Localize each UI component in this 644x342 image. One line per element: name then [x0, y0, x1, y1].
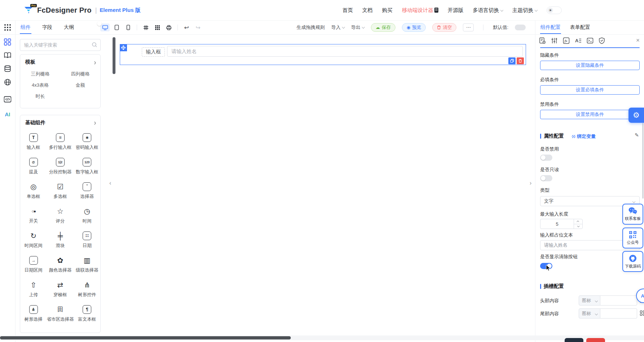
official-account-card[interactable]: 公众号: [622, 228, 643, 248]
component-item[interactable]: ⋔ 树形选择: [20, 302, 47, 326]
download-source-card[interactable]: 下载源码: [622, 251, 643, 272]
code-icon[interactable]: [4, 96, 12, 104]
search-input[interactable]: [20, 39, 101, 51]
save-button[interactable]: ☁保存: [371, 23, 395, 32]
maxlen-input[interactable]: [540, 219, 574, 229]
device-desktop-icon[interactable]: [100, 23, 110, 31]
panel-scrollbar-thumb[interactable]: [642, 123, 644, 199]
more-button[interactable]: ⋯: [463, 23, 474, 31]
template-item[interactable]: 时长: [20, 91, 60, 102]
component-item[interactable]: ✿ 颜色选择器: [47, 252, 74, 277]
component-item[interactable]: ☑ 多选框: [47, 179, 74, 203]
undo-icon[interactable]: ↩: [182, 23, 191, 31]
settings-fab[interactable]: ⚙: [628, 108, 644, 123]
collapse-left-panel-icon[interactable]: ‹: [109, 180, 111, 186]
vertical-scrollbar-thumb[interactable]: [113, 37, 115, 74]
drag-handle[interactable]: [120, 44, 127, 51]
chevron-right-icon[interactable]: ›: [94, 118, 96, 127]
bind-variable-link[interactable]: 绑定变量: [571, 133, 596, 140]
terminal-icon[interactable]: [586, 36, 594, 45]
device-phone-icon[interactable]: [123, 23, 133, 31]
template-item[interactable]: 四列栅格: [60, 68, 100, 79]
collapse-right-panel-icon[interactable]: ›: [530, 180, 531, 186]
set-condition-button[interactable]: 设置隐藏条件: [540, 61, 640, 70]
tab-component-config[interactable]: 组件配置: [540, 21, 561, 34]
component-item[interactable]: ⇄ 穿梭框: [47, 277, 74, 302]
component-item[interactable]: ⇧ 上传: [20, 277, 47, 302]
selected-input-component[interactable]: 输入框: [120, 44, 526, 65]
tab-form-config[interactable]: 表单配置: [570, 21, 591, 34]
component-item[interactable]: 123 数字输入框: [74, 154, 101, 179]
theme-toggle[interactable]: ☀: [547, 7, 562, 14]
contact-support-card[interactable]: 联系客服: [622, 204, 643, 225]
print-icon[interactable]: [164, 23, 174, 31]
logo[interactable]: Pro FcDesigner Pro | Element Plus 版: [24, 5, 141, 15]
design-canvas[interactable]: 输入框: [109, 35, 535, 335]
component-item[interactable]: T 输入框: [20, 130, 47, 154]
component-item[interactable]: 1|2 分段控制器: [47, 154, 74, 179]
name-input-field[interactable]: [167, 46, 523, 57]
slot-type-select[interactable]: 图标: [579, 308, 600, 319]
bottom-widget-dark[interactable]: [565, 338, 583, 342]
tab-outline[interactable]: 大纲: [63, 21, 75, 34]
component-item[interactable]: ∗ 密码输入框: [74, 130, 101, 154]
bottom-widget-red[interactable]: [586, 338, 605, 342]
tab-fields[interactable]: 字段: [41, 21, 53, 34]
copy-component-button[interactable]: [508, 57, 516, 64]
nav-buy[interactable]: 购买: [382, 7, 393, 14]
components-grid-icon[interactable]: [4, 38, 12, 47]
library-book-icon[interactable]: [4, 52, 12, 60]
slot-type-select[interactable]: 图标: [579, 295, 600, 306]
default-value-toggle[interactable]: [515, 25, 526, 30]
import-dropdown[interactable]: 导入: [331, 24, 345, 31]
globe-icon[interactable]: [4, 78, 12, 87]
slot-value-input[interactable]: [600, 295, 637, 306]
template-item[interactable]: 4x3表格: [20, 79, 60, 91]
set-condition-button[interactable]: 设置禁用条件: [540, 110, 640, 119]
component-item[interactable]: ⋔ 树形控件: [74, 277, 101, 302]
chevron-right-icon[interactable]: ›: [94, 58, 96, 66]
grid-lines-icon[interactable]: [141, 23, 150, 31]
readonly-toggle[interactable]: [540, 175, 552, 181]
export-dropdown[interactable]: 导出: [351, 24, 364, 31]
clear-button[interactable]: 清空: [432, 23, 456, 32]
stepper-down-icon[interactable]: [574, 224, 582, 229]
component-item[interactable]: ◷ 时间: [74, 203, 101, 228]
font-style-icon[interactable]: A: [574, 36, 582, 45]
redo-icon[interactable]: ↪: [193, 23, 203, 31]
component-item[interactable]: ○● 开关: [20, 203, 47, 228]
sliders-icon[interactable]: [550, 36, 558, 45]
component-item[interactable]: ◎ 单选框: [20, 179, 47, 203]
nav-opensource[interactable]: 开源版: [448, 7, 464, 14]
preview-button[interactable]: ◉预览: [402, 23, 426, 32]
component-item[interactable]: ≡ 多行输入框: [47, 130, 74, 154]
nav-home[interactable]: 首页: [342, 7, 353, 14]
template-item[interactable]: 三列栅格: [20, 68, 60, 79]
database-icon[interactable]: [4, 65, 12, 74]
ai-assistant-icon[interactable]: AI: [5, 111, 10, 117]
nav-theme-switch[interactable]: 主题切换: [512, 7, 537, 14]
close-icon[interactable]: ×: [636, 37, 640, 44]
component-item[interactable]: ╪ 滑块: [47, 228, 74, 252]
edit-icon[interactable]: ✎: [635, 132, 639, 138]
component-item[interactable]: 田 省市区选择器: [47, 302, 74, 326]
disabled-toggle[interactable]: [540, 155, 552, 161]
generate-drag-rule-button[interactable]: 生成拖拽规则: [297, 24, 325, 31]
dots-grid-icon[interactable]: [153, 23, 162, 31]
nav-mobile-designer[interactable]: 移动端设计器: [402, 7, 438, 14]
apps-grid-icon[interactable]: [4, 24, 11, 31]
delete-component-button[interactable]: [517, 57, 524, 64]
nav-language-switch[interactable]: 多语言切换: [473, 7, 503, 14]
validate-shield-icon[interactable]: [597, 36, 606, 45]
set-condition-button[interactable]: 设置必填条件: [540, 85, 640, 95]
component-item[interactable]: ¶ 富文本框: [74, 302, 101, 326]
slot-value-input[interactable]: [600, 308, 637, 319]
component-item[interactable]: ☆ 评分: [47, 203, 74, 228]
field-label[interactable]: 输入框: [142, 47, 165, 57]
form-settings-icon[interactable]: [538, 36, 547, 45]
formula-fx-icon[interactable]: fx: [562, 36, 570, 45]
device-tablet-icon[interactable]: [112, 23, 121, 31]
template-item[interactable]: 金额: [60, 79, 100, 91]
component-item[interactable]: ˇ 选择器: [74, 179, 101, 203]
component-item[interactable]: ↻ 时间区间: [20, 228, 47, 252]
